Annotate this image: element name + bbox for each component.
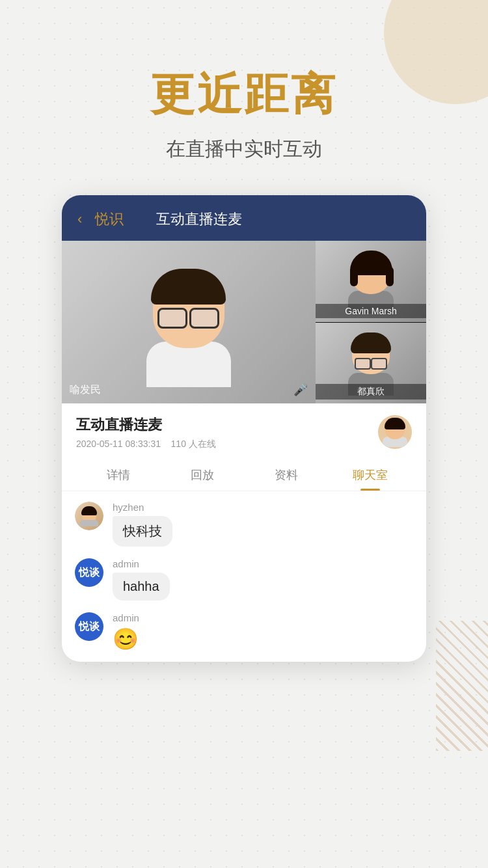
stream-host-avatar-face — [382, 417, 408, 447]
tab-replay[interactable]: 回放 — [160, 458, 244, 491]
chat-avatar-2: 悦谈 — [75, 558, 103, 587]
chat-username-3: admin — [113, 612, 139, 623]
chat-section: hyzhen 快科技 悦谈 admin hahha 悦谈 — [62, 491, 426, 662]
chat-avatar-1 — [75, 502, 103, 530]
video-side-panel: Gavin Marsh 都真欣 — [316, 241, 426, 403]
tab-details[interactable]: 详情 — [76, 458, 160, 491]
main-presenter-avatar — [137, 257, 241, 387]
main-title: 更近距离 — [150, 65, 338, 124]
back-button[interactable]: ‹ — [77, 211, 82, 228]
stream-online-count: 110 人在线 — [171, 439, 216, 449]
mic-icon: 🎤 — [293, 383, 308, 397]
chat-body-1: hyzhen 快科技 — [113, 502, 172, 547]
main-presenter-name: 喻发民 — [70, 383, 101, 397]
side-presenter-2-name: 都真欣 — [316, 384, 426, 400]
chat-bubble-1: 快科技 — [113, 516, 172, 547]
sub-title: 在直播中实时互动 — [166, 136, 322, 163]
app-name-label: 悦识 — [95, 210, 124, 229]
chat-message-1: hyzhen 快科技 — [75, 502, 413, 547]
tab-materials[interactable]: 资料 — [244, 458, 328, 491]
yueshi-label-1: 悦谈 — [79, 566, 100, 580]
card-mockup: ‹ 悦识 互动直播连麦 喻发民 🎤 — [62, 195, 426, 662]
info-left: 互动直播连麦 2020-05-11 08:33:31 110 人在线 — [76, 415, 216, 450]
stream-meta: 2020-05-11 08:33:31 110 人在线 — [76, 439, 216, 450]
side-video-2: 都真欣 — [316, 323, 426, 404]
chat-message-3: 悦谈 admin 😊 — [75, 612, 413, 651]
chat-bubble-3: 😊 — [113, 627, 139, 651]
card-header: ‹ 悦识 互动直播连麦 — [62, 195, 426, 241]
stream-avatar — [378, 415, 412, 449]
main-video-feed — [62, 241, 316, 403]
stream-title: 互动直播连麦 — [76, 415, 216, 435]
chat-username-1: hyzhen — [113, 502, 172, 513]
yueshi-label-2: 悦谈 — [79, 620, 100, 634]
side-video-1: Gavin Marsh — [316, 241, 426, 322]
tab-chat[interactable]: 聊天室 — [328, 458, 412, 491]
stream-date: 2020-05-11 08:33:31 — [76, 439, 161, 449]
chat-bubble-2: hahha — [113, 573, 170, 601]
tabs-row: 详情 回放 资料 聊天室 — [62, 458, 426, 491]
video-area: 喻发民 🎤 Gavin Marsh — [62, 241, 426, 403]
chat-username-2: admin — [113, 558, 170, 569]
chat-message-2: 悦谈 admin hahha — [75, 558, 413, 601]
video-main: 喻发民 🎤 — [62, 241, 316, 403]
chat-avatar-3: 悦谈 — [75, 612, 103, 641]
chat-body-3: admin 😊 — [113, 612, 139, 651]
chat-body-2: admin hahha — [113, 558, 170, 601]
page-content: 更近距离 在直播中实时互动 ‹ 悦识 互动直播连麦 — [0, 0, 488, 662]
side-presenter-1-name: Gavin Marsh — [316, 304, 426, 318]
info-section: 互动直播连麦 2020-05-11 08:33:31 110 人在线 — [62, 403, 426, 458]
header-title: 互动直播连麦 — [156, 210, 242, 229]
